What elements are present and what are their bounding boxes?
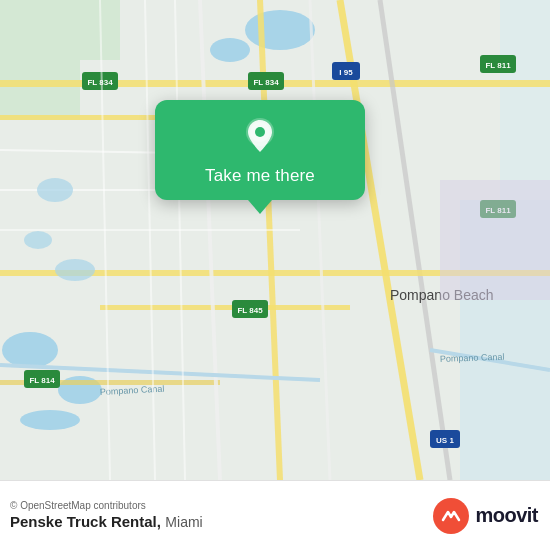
bottom-info: © OpenStreetMap contributors Penske Truc… [10, 500, 433, 531]
moovit-text: moovit [475, 504, 538, 527]
svg-text:FL 811: FL 811 [485, 61, 511, 70]
osm-credit: © OpenStreetMap contributors [10, 500, 433, 511]
svg-text:FL 814: FL 814 [29, 376, 55, 385]
svg-rect-50 [440, 180, 550, 300]
place-info: Penske Truck Rental, Miami [10, 513, 433, 531]
svg-rect-15 [100, 305, 350, 310]
take-me-there-button[interactable]: Take me there [205, 166, 315, 186]
svg-text:I 95: I 95 [339, 68, 353, 77]
svg-point-47 [37, 178, 73, 202]
svg-text:US 1: US 1 [436, 436, 454, 445]
svg-point-6 [245, 10, 315, 50]
svg-point-7 [210, 38, 250, 62]
svg-point-3 [2, 332, 58, 368]
svg-text:FL 834: FL 834 [253, 78, 279, 87]
popup-card: Take me there [155, 100, 365, 200]
place-name: Penske Truck Rental, [10, 513, 161, 530]
map-container: FL 834 FL 834 I 95 FL 811 FL 811 FL 845 … [0, 0, 550, 480]
moovit-logo[interactable]: moovit [433, 498, 538, 534]
svg-point-5 [20, 410, 80, 430]
svg-point-53 [255, 127, 265, 137]
moovit-icon [433, 498, 469, 534]
svg-rect-9 [500, 0, 550, 200]
svg-text:FL 845: FL 845 [237, 306, 263, 315]
svg-point-49 [55, 259, 95, 281]
bottom-bar: © OpenStreetMap contributors Penske Truc… [0, 480, 550, 550]
svg-text:FL 834: FL 834 [87, 78, 113, 87]
svg-point-48 [24, 231, 52, 249]
location-pin-icon [238, 114, 282, 158]
map-background: FL 834 FL 834 I 95 FL 811 FL 811 FL 845 … [0, 0, 550, 480]
place-city: Miami [165, 514, 202, 530]
